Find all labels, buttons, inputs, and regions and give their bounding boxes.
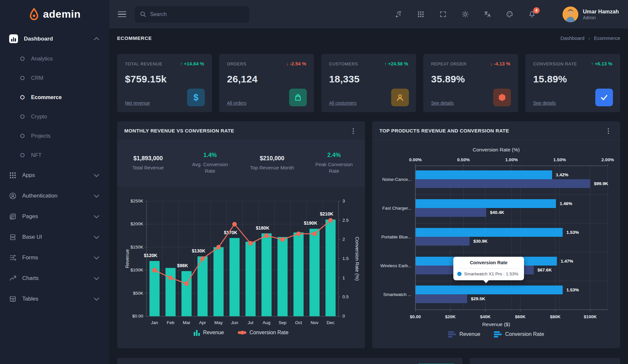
search-input[interactable] [150,11,244,17]
chevron-down-icon [93,275,100,282]
dashboard-icon [9,34,18,43]
kpi-link[interactable]: Net revenue [125,100,150,106]
sidebar-item-forms[interactable]: Forms [0,247,109,268]
chart-title: TOP PRODUCTS REVENUE AND CONVERSION RATE [379,128,509,133]
svg-text:Feb: Feb [167,320,174,325]
chevron-down-icon [93,295,100,303]
rtl-text-icon[interactable] [394,9,404,19]
topbar: 4 Umar Hamzah Admin [109,0,628,28]
sidebar-item-authentication[interactable]: Authentication [0,185,109,206]
kpi-delta: ↑ +6.13 % [591,61,612,66]
menu-icon[interactable] [118,10,126,19]
user-icon [391,89,409,106]
svg-text:May: May [214,320,223,325]
svg-text:1.53%: 1.53% [567,230,579,235]
svg-text:Conversion Rate (%): Conversion Rate (%) [355,237,360,281]
more-options-icon[interactable]: ⋮ [349,127,358,135]
chevron-down-icon [93,172,100,179]
kpi-card-orders: ORDERS ↓ -2.54 % 26,124 All orders [219,54,314,112]
main-content: ECOMMERCE Dashboard › Ecommerce TOTAL RE… [109,28,628,364]
user-circle-icon [9,192,16,199]
svg-text:$100K: $100K [584,314,597,319]
svg-text:$99.9K: $99.9K [594,181,608,186]
svg-text:2: 2 [342,237,345,242]
orders-fulfillment-card: ORDERS FULFILLMENT [470,358,620,364]
bar-chart-icon [194,329,200,336]
apps-grid-icon[interactable] [416,9,426,19]
tooltip-title: Conversion Rate [457,260,520,265]
sidebar-item-analytics[interactable]: Analytics [0,49,109,68]
kpi-delta: ↓ -2.54 % [286,61,306,66]
brand-name: ademin [43,8,80,20]
kpi-value: 35.89% [431,74,510,85]
form-lines-icon [9,254,16,261]
circle-icon [20,134,25,138]
light-mode-icon[interactable] [461,9,470,19]
chevron-down-icon [93,213,100,220]
kpi-delta: ↑ +24.58 % [384,61,408,66]
kpi-link[interactable]: See details [533,100,556,106]
monthly-revenue-chart-canvas[interactable]: $0.00$50K$100K$150K$200K$250K00.511.522.… [124,196,360,327]
svg-text:1.42%: 1.42% [556,172,568,177]
legend-conversion-rate[interactable]: Conversion Rate [238,330,288,336]
sidebar-item-crypto[interactable]: Crypto [0,107,109,126]
stat-value: 1.4% [203,152,217,159]
apps-grid-icon [9,172,16,179]
sidebar-item-charts[interactable]: Charts [0,268,109,288]
svg-text:$190K: $190K [304,220,317,226]
kpi-link[interactable]: See details [431,100,454,106]
svg-text:1.50%: 1.50% [553,157,566,162]
sidebar-item-tables[interactable]: Tables [0,288,109,309]
legend-revenue[interactable]: Revenue [194,329,224,336]
theme-palette-icon[interactable] [505,9,515,19]
brand[interactable]: ademin [0,0,109,28]
svg-text:$150K: $150K [131,245,143,250]
hbar-icon [494,331,502,338]
breadcrumb-current: Ecommerce [594,35,620,41]
svg-text:Sep: Sep [279,320,287,325]
svg-text:$40.4K: $40.4K [490,210,504,215]
kpi-card-customers: CUSTOMERS ↑ +24.58 % 18,335 All costumer… [321,54,416,112]
svg-text:$67.6K: $67.6K [537,268,552,272]
svg-text:0: 0 [342,314,345,319]
top-products-chart-canvas[interactable]: 0.00%0.50%1.00%1.50%2.00%$0.00$20K$40K$6… [379,155,616,321]
kpi-delta: ↓ -4.13 % [490,61,510,66]
fullscreen-icon[interactable] [438,9,448,19]
breadcrumb-parent[interactable]: Dashboard [561,35,584,41]
svg-text:Noise-Cance...: Noise-Cance... [382,177,411,182]
sidebar-item-crm[interactable]: CRM [0,68,109,88]
pages-icon [9,213,16,220]
sidebar-item-apps[interactable]: Apps [0,165,109,185]
sidebar-item-ecommerce[interactable]: Ecommerce [0,88,109,107]
more-options-icon[interactable]: ⋮ [604,127,613,135]
sidebar-item-base-ui[interactable]: Base UI [0,227,109,247]
kpi-link[interactable]: All orders [227,100,246,106]
search-box[interactable] [135,6,249,23]
notifications-bell-icon[interactable]: 4 [527,9,537,19]
stat-label: Avg. Conversion Rate [189,161,231,175]
translate-icon[interactable] [483,9,493,19]
circle-icon [20,76,25,80]
svg-text:Mar: Mar [183,320,191,325]
user-menu[interactable]: Umar Hamzah Admin [563,7,619,22]
svg-text:Nov: Nov [311,320,319,325]
kpi-link[interactable]: All costumers [329,100,357,106]
legend-conversion-rate[interactable]: Conversion Rate [494,331,544,338]
svg-text:3: 3 [342,199,345,203]
chart-tooltip: Conversion Rate Smartwatch X1 Pro : 1.53… [453,257,524,280]
sidebar-item-dashboard[interactable]: Dashboard [0,28,109,49]
sidebar-item-projects[interactable]: Projects [0,126,109,146]
recent-orders-card: RECENT ORDERS View Details [117,358,462,364]
svg-text:Jan: Jan [151,320,158,325]
svg-text:1.00%: 1.00% [505,157,518,162]
sidebar-item-nft[interactable]: NFT [0,146,109,165]
sidebar: ademin Dashboard Analytics CRM Ecommerce… [0,0,109,364]
legend-revenue[interactable]: Revenue [448,331,480,338]
series-marker-icon [457,272,462,276]
svg-text:1: 1 [342,275,345,280]
sidebar-item-pages[interactable]: Pages [0,206,109,227]
svg-text:0.00%: 0.00% [409,157,422,162]
kpi-card-conversion-rate: CONVERSION RATE ↑ +6.13 % 15.89% See det… [525,54,620,112]
svg-text:$200K: $200K [131,221,143,226]
page-title: ECOMMERCE [117,35,152,41]
